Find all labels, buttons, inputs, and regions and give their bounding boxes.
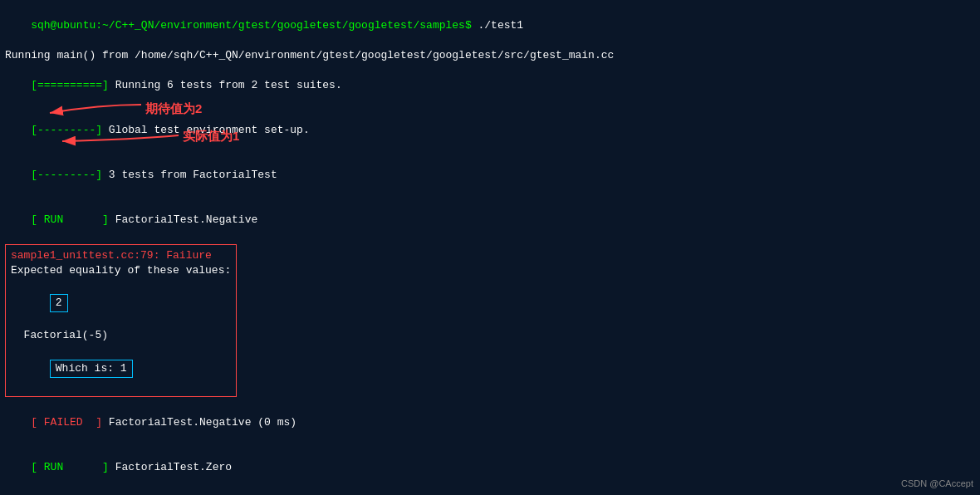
terminal: sqh@ubuntu:~/C++_QN/environment/gtest/go… [0, 0, 980, 495]
which-box: Which is: 1 [50, 360, 133, 378]
value-2-box: 2 [50, 294, 68, 312]
line-run-zero: [ RUN ] FactorialTest.Zero [5, 445, 975, 490]
failure-box: sample1_unittest.cc:79: Failure Expected… [5, 244, 237, 397]
prompt-line: sqh@ubuntu:~/C++_QN/environment/gtest/go… [5, 3, 975, 48]
csdn-watermark: CSDN @CAccept [901, 478, 973, 488]
line-failed-negative: [ FAILED ] FactorialTest.Negative (0 ms) [5, 400, 975, 445]
line-ok-zero: [ OK ] FactorialTest.Zero (0 ms) [5, 490, 975, 495]
annotation-actual: 实际值为1 [183, 129, 239, 145]
failure-body: Expected equality of these values: [11, 263, 231, 278]
which-line: Which is: 1 [11, 343, 231, 393]
line-run-negative: [ RUN ] FactorialTest.Negative [5, 198, 975, 243]
command-text: ./test1 [472, 19, 523, 32]
line-running-main: Running main() from /home/sqh/C++_QN/env… [5, 48, 975, 63]
factorial-line: Factorial(-5) [11, 328, 231, 343]
annotation-expected: 期待值为2 [145, 101, 202, 117]
value-2-line: 2 [11, 278, 231, 328]
failure-header: sample1_unittest.cc:79: Failure [11, 248, 231, 263]
prompt-text: sqh@ubuntu:~/C++_QN/environment/gtest/go… [31, 19, 472, 32]
line-3tests-factorial: [---------] 3 tests from FactorialTest [5, 153, 975, 198]
